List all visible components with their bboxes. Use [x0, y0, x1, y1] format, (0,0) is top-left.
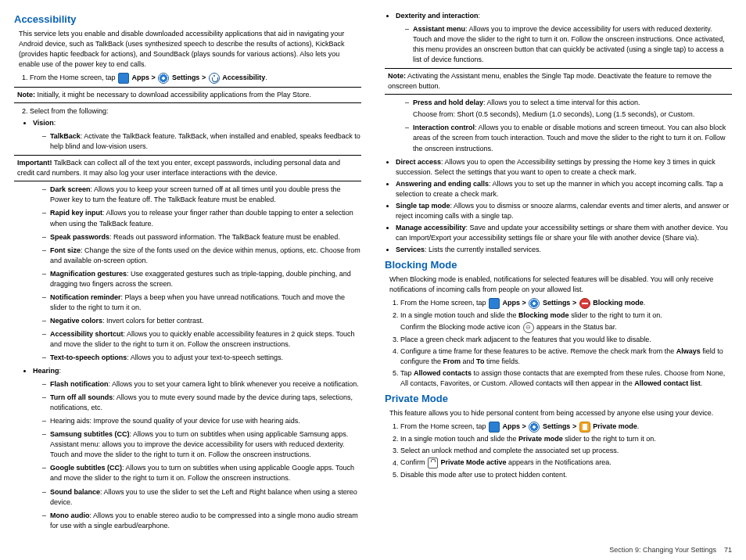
list-item: Accessibility shortcut: Allows you to qu… — [42, 329, 361, 350]
list-item: Services: Lists the currently installed … — [396, 245, 732, 255]
list-item: Flash notification: Allows you to set yo… — [42, 379, 361, 389]
press-choose: Choose from: Short (0.5 seconds), Medium… — [413, 109, 732, 120]
vision-heading: Vision: — [33, 118, 361, 128]
right-column: Dexterity and interaction: Assistant men… — [385, 9, 732, 534]
list-item: Speak passwords: Reads out password info… — [42, 232, 361, 242]
vision-items: Dark screen: Allows you to keep your scr… — [42, 185, 361, 363]
hearing-group: Hearing: — [33, 366, 361, 376]
settings-icon — [529, 422, 540, 433]
talkback-t: : Activate the TalkBack feature. TalkBac… — [50, 132, 360, 150]
blocking-step-1: From the Home screen, tap Apps > Setting… — [400, 298, 732, 309]
note-box-1: Note: Initially, it might be necessary t… — [14, 87, 361, 103]
blocking-step-2b: Confirm the Blocking mode active icon ⊖ … — [400, 322, 732, 333]
blocking-step-4: Configure a time frame for these feature… — [400, 346, 732, 367]
list-item: Press and hold delay: Allows you to sele… — [405, 98, 732, 120]
hearing-items: Flash notification: Allows you to set yo… — [42, 379, 361, 531]
talkback-item: TalkBack: Activate the TalkBack feature.… — [42, 131, 361, 152]
list-item: Hearing aids: Improve the sound quality … — [42, 416, 361, 426]
apps-icon — [489, 298, 500, 309]
vision-group: Vision: — [33, 118, 361, 128]
list-item: Direct access: Allows you to open the Ac… — [396, 157, 732, 178]
private-intro: This feature allows you to hide personal… — [389, 408, 732, 418]
assistant-list: Assistant menu: Allows you to improve th… — [405, 24, 732, 65]
accessibility-steps-1: From the Home screen, tap Apps > Setting… — [30, 73, 361, 84]
dexterity-bullets: Direct access: Allows you to open the Ac… — [396, 157, 732, 255]
private-step-3: Select an unlock method and complete the… — [400, 446, 732, 456]
private-step-4: Confirm Private Mode active appears in t… — [400, 458, 732, 468]
accessibility-steps-2: Select from the following: — [30, 106, 361, 117]
list-item: Manage accessibility: Save and update yo… — [396, 223, 732, 243]
blocking-heading: Blocking Mode — [385, 258, 732, 273]
blocking-step-2: In a single motion touch and slide the B… — [400, 311, 732, 333]
blocking-step-3: Place a green check mark adjacent to the… — [400, 335, 732, 345]
left-column: Accessibility This service lets you enab… — [14, 9, 361, 534]
settings-icon — [158, 73, 169, 84]
accessibility-heading: Accessibility — [14, 13, 361, 27]
list-item: Answering and ending calls: Allows you t… — [396, 179, 732, 199]
note-text: Activating the Assistant menu, enables t… — [388, 72, 712, 90]
page-columns: Accessibility This service lets you enab… — [14, 9, 732, 534]
list-item: Rapid key input: Allows you to release y… — [42, 208, 361, 228]
list-item: Negative colors: Invert colors for bette… — [42, 316, 361, 326]
accessibility-icon — [209, 73, 220, 84]
note-box-assistant: Note: Activating the Assistant menu, ena… — [385, 68, 732, 95]
settings-label: Settings > — [172, 74, 206, 81]
list-item: Dark screen: Allows you to keep your scr… — [42, 185, 361, 205]
list-item: Samsung subtitles (CC): Allows you to tu… — [42, 429, 361, 460]
private-icon — [579, 422, 590, 433]
step-1: From the Home screen, tap Apps > Setting… — [30, 73, 361, 84]
note-label: Note: — [388, 72, 406, 80]
dexterity-group: Dexterity and interaction: — [396, 11, 732, 21]
list-item: Mono audio: Allows you to enable stereo … — [42, 511, 361, 531]
important-box: Important! TalkBack can collect all of t… — [14, 155, 361, 181]
list-item: Interaction control: Allows you to enabl… — [405, 123, 732, 153]
page-footer: Section 9: Changing Your Settings 71 — [14, 545, 732, 555]
private-active-icon — [428, 458, 438, 468]
vision-label: Vision — [33, 119, 54, 127]
settings-icon — [529, 298, 540, 309]
vision-talkback: TalkBack: Activate the TalkBack feature.… — [42, 131, 361, 152]
step-2: Select from the following: — [30, 106, 361, 117]
blocking-step-5: Tap Allowed contacts to assign those con… — [400, 368, 732, 389]
hearing-label: Hearing — [33, 367, 59, 375]
assistant-item: Assistant menu: Allows you to improve th… — [405, 24, 732, 65]
list-item: Notification reminder: Plays a beep when… — [42, 293, 361, 313]
dexterity-sub-items: Press and hold delay: Allows you to sele… — [405, 98, 732, 153]
talkback-b: TalkBack — [50, 132, 81, 140]
list-item: Magnification gestures: Use exaggerated … — [42, 269, 361, 289]
note1-label: Note: — [17, 91, 35, 99]
private-steps: From the Home screen, tap Apps > Setting… — [400, 422, 732, 480]
blocking-steps: From the Home screen, tap Apps > Setting… — [400, 298, 732, 389]
dexterity-heading: Dexterity and interaction: — [396, 11, 732, 21]
private-heading: Private Mode — [385, 392, 732, 407]
apps-icon — [118, 73, 129, 84]
footer-page: 71 — [724, 546, 732, 554]
step1-pre: From the Home screen, tap — [30, 74, 116, 81]
accessibility-label: Accessibility — [222, 74, 265, 81]
important-label: Important! — [17, 159, 52, 167]
private-step-1: From the Home screen, tap Apps > Setting… — [400, 422, 732, 433]
footer-section: Section 9: Changing Your Settings — [609, 546, 716, 554]
accessibility-intro: This service lets you enable and disable… — [19, 29, 361, 70]
list-item: Single tap mode: Allows you to dismiss o… — [396, 201, 732, 221]
blocking-intro: When Blocking mode is enabled, notificat… — [389, 275, 732, 295]
important-text: TalkBack can collect all of the text you… — [17, 159, 340, 177]
private-step-2: In a single motion touch and slide the P… — [400, 434, 732, 444]
list-item: Text-to-speech options: Allows you to ad… — [42, 353, 361, 363]
list-item: Turn off all sounds: Allows you to mute … — [42, 393, 361, 413]
private-step-5: Disable this mode after use to protect h… — [400, 470, 732, 480]
apps-icon — [489, 422, 500, 433]
hearing-heading: Hearing: — [33, 366, 361, 376]
blocking-icon — [579, 298, 590, 309]
list-item: Sound balance: Allows you to use the sli… — [42, 487, 361, 508]
list-item: Google subtitles (CC): Allows you to tur… — [42, 463, 361, 483]
pause-icon: ⊖ — [523, 322, 534, 333]
list-item: Font size: Change the size of the fonts … — [42, 246, 361, 266]
dexterity-label: Dexterity and interaction — [396, 12, 479, 20]
note1-text: Initially, it might be necessary to down… — [38, 91, 312, 99]
apps-label: Apps > — [132, 74, 156, 81]
